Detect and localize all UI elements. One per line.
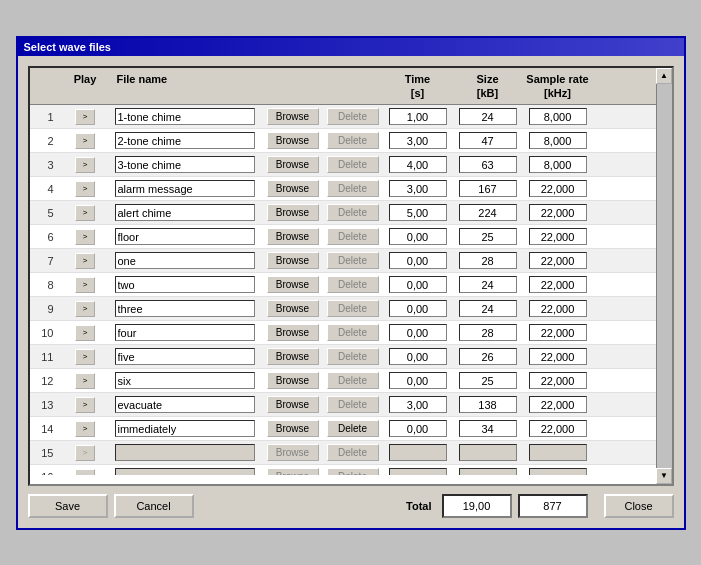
delete-button-7[interactable]: Delete [327, 252, 379, 269]
filename-input-14[interactable] [115, 420, 255, 437]
time-cell-15 [383, 444, 453, 461]
filename-input-4[interactable] [115, 180, 255, 197]
save-button[interactable]: Save [28, 494, 108, 518]
filename-input-5[interactable] [115, 204, 255, 221]
samplerate-cell-13: 22,000 [523, 396, 593, 413]
browse-button-6[interactable]: Browse [267, 228, 319, 245]
table-row: 3 > Browse Delete 4,00 63 8,000 [30, 153, 672, 177]
filename-cell-3 [113, 156, 263, 173]
browse-button-16[interactable]: Browse [267, 468, 319, 475]
play-button-1[interactable]: > [75, 109, 95, 125]
browse-button-8[interactable]: Browse [267, 276, 319, 293]
samplerate-value-16 [529, 468, 587, 475]
scroll-track[interactable] [657, 84, 672, 468]
delete-button-5[interactable]: Delete [327, 204, 379, 221]
browse-button-13[interactable]: Browse [267, 396, 319, 413]
browse-button-10[interactable]: Browse [267, 324, 319, 341]
table-row: 8 > Browse Delete 0,00 24 22,000 [30, 273, 672, 297]
filename-input-2[interactable] [115, 132, 255, 149]
play-cell-13: > [58, 397, 113, 413]
play-button-15[interactable]: > [75, 445, 95, 461]
time-cell-3: 4,00 [383, 156, 453, 173]
delete-button-9[interactable]: Delete [327, 300, 379, 317]
scrollbar[interactable]: ▲ ▼ [656, 68, 672, 484]
delete-button-14[interactable]: Delete [327, 420, 379, 437]
delete-button-6[interactable]: Delete [327, 228, 379, 245]
delete-button-10[interactable]: Delete [327, 324, 379, 341]
delete-cell-7: Delete [323, 252, 383, 269]
samplerate-value-6: 22,000 [529, 228, 587, 245]
browse-button-14[interactable]: Browse [267, 420, 319, 437]
browse-button-11[interactable]: Browse [267, 348, 319, 365]
cancel-button[interactable]: Cancel [114, 494, 194, 518]
play-cell-10: > [58, 325, 113, 341]
size-cell-12: 25 [453, 372, 523, 389]
time-value-14: 0,00 [389, 420, 447, 437]
play-cell-3: > [58, 157, 113, 173]
filename-input-7[interactable] [115, 252, 255, 269]
scroll-up-btn[interactable]: ▲ [656, 68, 672, 84]
close-button[interactable]: Close [604, 494, 674, 518]
play-button-12[interactable]: > [75, 373, 95, 389]
play-button-10[interactable]: > [75, 325, 95, 341]
play-button-4[interactable]: > [75, 181, 95, 197]
play-button-7[interactable]: > [75, 253, 95, 269]
filename-cell-11 [113, 348, 263, 365]
samplerate-cell-9: 22,000 [523, 300, 593, 317]
play-cell-9: > [58, 301, 113, 317]
browse-button-5[interactable]: Browse [267, 204, 319, 221]
delete-button-2[interactable]: Delete [327, 132, 379, 149]
play-button-2[interactable]: > [75, 133, 95, 149]
browse-button-1[interactable]: Browse [267, 108, 319, 125]
browse-button-3[interactable]: Browse [267, 156, 319, 173]
samplerate-value-8: 22,000 [529, 276, 587, 293]
browse-button-9[interactable]: Browse [267, 300, 319, 317]
filename-input-13[interactable] [115, 396, 255, 413]
browse-button-12[interactable]: Browse [267, 372, 319, 389]
play-button-3[interactable]: > [75, 157, 95, 173]
filename-input-9[interactable] [115, 300, 255, 317]
filename-cell-13 [113, 396, 263, 413]
play-button-8[interactable]: > [75, 277, 95, 293]
size-value-2: 47 [459, 132, 517, 149]
samplerate-cell-3: 8,000 [523, 156, 593, 173]
delete-button-12[interactable]: Delete [327, 372, 379, 389]
filename-input-15[interactable] [115, 444, 255, 461]
filename-input-1[interactable] [115, 108, 255, 125]
delete-button-11[interactable]: Delete [327, 348, 379, 365]
delete-button-16[interactable]: Delete [327, 468, 379, 475]
play-button-5[interactable]: > [75, 205, 95, 221]
delete-cell-8: Delete [323, 276, 383, 293]
delete-cell-3: Delete [323, 156, 383, 173]
delete-button-15[interactable]: Delete [327, 444, 379, 461]
filename-input-8[interactable] [115, 276, 255, 293]
filename-input-10[interactable] [115, 324, 255, 341]
delete-button-13[interactable]: Delete [327, 396, 379, 413]
browse-button-2[interactable]: Browse [267, 132, 319, 149]
filename-input-3[interactable] [115, 156, 255, 173]
play-button-16[interactable]: > [75, 469, 95, 476]
filename-input-6[interactable] [115, 228, 255, 245]
filename-input-12[interactable] [115, 372, 255, 389]
browse-button-7[interactable]: Browse [267, 252, 319, 269]
play-button-13[interactable]: > [75, 397, 95, 413]
delete-button-4[interactable]: Delete [327, 180, 379, 197]
play-button-11[interactable]: > [75, 349, 95, 365]
browse-button-4[interactable]: Browse [267, 180, 319, 197]
play-button-14[interactable]: > [75, 421, 95, 437]
filename-input-11[interactable] [115, 348, 255, 365]
play-button-9[interactable]: > [75, 301, 95, 317]
total-size-box: 877 [518, 494, 588, 518]
scroll-down-btn[interactable]: ▼ [656, 468, 672, 484]
time-cell-10: 0,00 [383, 324, 453, 341]
size-value-5: 224 [459, 204, 517, 221]
filename-cell-5 [113, 204, 263, 221]
delete-button-8[interactable]: Delete [327, 276, 379, 293]
browse-cell-11: Browse [263, 348, 323, 365]
delete-button-1[interactable]: Delete [327, 108, 379, 125]
browse-button-15[interactable]: Browse [267, 444, 319, 461]
play-button-6[interactable]: > [75, 229, 95, 245]
delete-button-3[interactable]: Delete [327, 156, 379, 173]
table-row: 1 > Browse Delete 1,00 24 8,000 [30, 105, 672, 129]
filename-input-16[interactable] [115, 468, 255, 475]
